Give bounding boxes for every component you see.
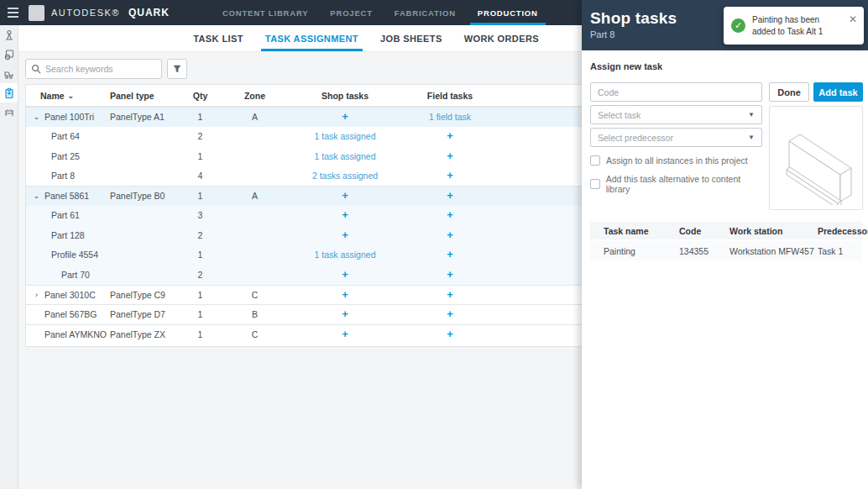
field-task-action[interactable]: +: [447, 268, 453, 281]
column-header-panel-type[interactable]: Panel type: [110, 91, 181, 101]
table-row[interactable]: Part 64 2 1 task assigned +: [26, 127, 582, 147]
field-task-action[interactable]: +: [447, 328, 453, 340]
assign-all-instances-option[interactable]: Assign to all instances in this project: [590, 155, 762, 166]
brand-name: AUTODESK®: [51, 8, 120, 18]
expander-icon[interactable]: ⌄: [33, 192, 40, 200]
shop-task-action[interactable]: +: [342, 308, 348, 320]
table-row[interactable]: ⌄Panel 5861 PanelType B0 1 A + +: [26, 186, 582, 206]
row-qty: 1: [181, 112, 219, 122]
search-icon: [31, 64, 41, 74]
expander-icon[interactable]: ⌄: [33, 113, 40, 121]
field-task-action[interactable]: +: [447, 288, 453, 301]
shop-task-action[interactable]: 1 task assigned: [315, 131, 376, 141]
field-task-action[interactable]: +: [447, 229, 453, 241]
field-task-action[interactable]: +: [447, 248, 453, 260]
checkbox-unchecked[interactable]: [590, 155, 600, 166]
row-name: Part 25: [51, 151, 80, 161]
close-icon[interactable]: ✕: [849, 13, 857, 25]
filter-button[interactable]: [167, 59, 187, 79]
done-button[interactable]: Done: [769, 82, 809, 102]
add-to-content-library-option[interactable]: Add this task alternative to content lib…: [590, 174, 762, 194]
table-row[interactable]: Part 25 1 1 task assigned +: [26, 146, 582, 166]
column-header-code: Code: [679, 226, 729, 236]
table-row[interactable]: ⌄Panel 100Tri PanelType A1 1 A + 1 field…: [26, 107, 582, 127]
shop-task-action[interactable]: +: [342, 268, 348, 281]
row-zone: A: [219, 112, 290, 122]
field-task-action[interactable]: 1 field task: [429, 112, 471, 122]
tab-work-orders[interactable]: WORK ORDERS: [453, 25, 550, 51]
nav-item-content-library[interactable]: CONTENT LIBRARY: [212, 0, 319, 25]
row-zone: A: [219, 191, 290, 201]
predecessor-cell: Task 1: [818, 246, 862, 256]
tab-task-assignment[interactable]: TASK ASSIGNMENT: [254, 25, 369, 51]
column-header-qty[interactable]: Qty: [181, 91, 219, 101]
field-task-action[interactable]: +: [447, 150, 453, 162]
column-header-shop-tasks[interactable]: Shop tasks: [290, 91, 400, 101]
shop-task-action[interactable]: +: [342, 328, 348, 340]
sort-icon[interactable]: ⌄: [68, 92, 75, 100]
predecessor-select[interactable]: Select predecessor ▼: [590, 128, 762, 147]
table-row[interactable]: Panel AYMKNO PanelType ZX 1 C + +: [26, 324, 582, 344]
row-qty: 3: [181, 210, 219, 220]
row-qty: 1: [181, 290, 219, 300]
table-row[interactable]: Part 128 2 + +: [26, 225, 582, 245]
column-header-predecessor: Predecessor: [818, 226, 868, 236]
checkbox-unchecked[interactable]: [590, 179, 600, 189]
shop-task-action[interactable]: 1 task assigned: [315, 250, 376, 260]
hamburger-menu-icon[interactable]: [0, 0, 25, 25]
row-name: Part 61: [51, 210, 80, 220]
code-input[interactable]: [598, 87, 755, 97]
shop-task-action[interactable]: 2 tasks assigned: [312, 171, 378, 181]
column-header-zone[interactable]: Zone: [219, 91, 290, 101]
tab-job-sheets[interactable]: JOB SHEETS: [369, 25, 453, 51]
work-station-cell: Workstation MFW457: [729, 246, 818, 256]
shop-task-action[interactable]: +: [342, 189, 348, 202]
row-name: Panel 5861: [44, 191, 89, 201]
field-task-action[interactable]: +: [447, 169, 453, 181]
table-row[interactable]: ›Panel 3010C PanelType C9 1 C + +: [26, 285, 582, 305]
table-row[interactable]: Profile 4554 1 1 task assigned +: [26, 245, 582, 266]
row-zone: B: [219, 309, 290, 319]
predecessor-select-value: Select predecessor: [598, 133, 673, 143]
table-row[interactable]: Part 70 2 + +: [26, 265, 582, 285]
table-row[interactable]: Part 8 4 2 tasks assigned +: [26, 166, 582, 187]
package-icon[interactable]: [0, 45, 18, 64]
checkbox-label: Add this task alternative to content lib…: [606, 174, 762, 194]
nav-item-project[interactable]: PROJECT: [319, 0, 383, 25]
shop-task-action[interactable]: +: [342, 110, 348, 123]
table-row[interactable]: Part 61 3 + +: [26, 206, 582, 226]
shop-task-action[interactable]: +: [342, 229, 348, 241]
row-name: Part 8: [51, 171, 75, 181]
column-header-name[interactable]: Name: [40, 91, 65, 101]
search-input[interactable]: [45, 64, 156, 74]
autodesk-logo: [29, 5, 44, 21]
tab-task-list[interactable]: TASK LIST: [182, 25, 254, 51]
row-zone: C: [219, 290, 290, 300]
field-task-action[interactable]: +: [447, 129, 453, 142]
shop-task-action[interactable]: +: [342, 288, 348, 301]
task-select[interactable]: Select task ▼: [590, 105, 762, 124]
clipboard-icon[interactable]: [0, 83, 18, 103]
checkbox-label: Assign to all instances in this project: [606, 155, 748, 166]
shop-task-action[interactable]: +: [342, 208, 348, 221]
surveyor-icon[interactable]: [0, 25, 18, 45]
nav-item-production[interactable]: PRODUCTION: [467, 0, 549, 25]
search-box: [25, 59, 162, 79]
assigned-task-row[interactable]: Painting 134355 Workstation MFW457 Task …: [590, 241, 862, 260]
field-task-action[interactable]: +: [447, 208, 453, 221]
row-name: Panel 567BG: [44, 309, 97, 319]
column-header-field-tasks[interactable]: Field tasks: [400, 91, 500, 101]
add-task-button[interactable]: Add task: [813, 82, 863, 102]
forklift-icon[interactable]: [0, 64, 18, 83]
row-qty: 1: [181, 250, 219, 260]
workbench-icon[interactable]: [0, 103, 18, 122]
field-task-action[interactable]: +: [447, 308, 453, 320]
expander-icon[interactable]: ›: [33, 291, 40, 299]
shop-task-action[interactable]: 1 task assigned: [315, 151, 376, 161]
row-name: Panel 100Tri: [44, 112, 94, 122]
assign-new-task-label: Assign new task: [590, 61, 862, 71]
nav-item-fabrication[interactable]: FABRICATION: [384, 0, 467, 25]
table-row[interactable]: Panel 567BG PanelType D7 1 B + +: [26, 304, 582, 324]
row-qty: 1: [181, 151, 219, 161]
field-task-action[interactable]: +: [447, 189, 453, 202]
